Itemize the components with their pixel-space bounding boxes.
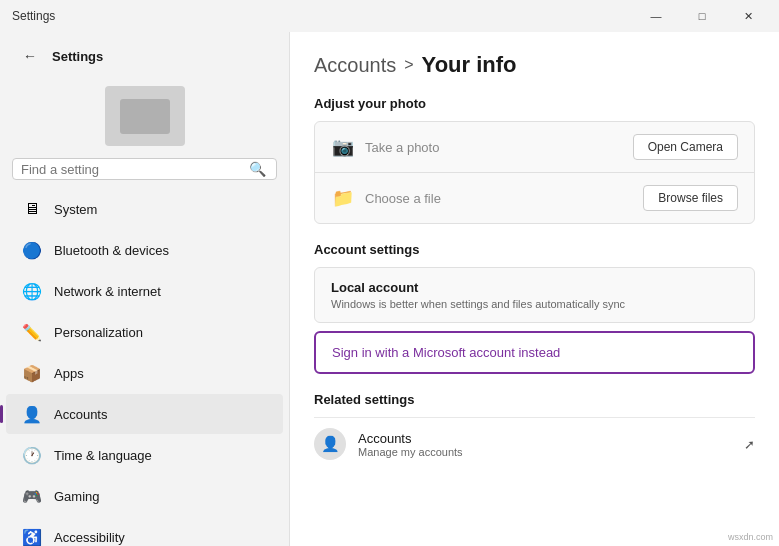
close-button[interactable]: ✕	[725, 0, 771, 32]
breadcrumb-accounts: Accounts	[314, 54, 396, 77]
camera-icon: 📷	[331, 136, 355, 158]
related-accounts-icon: 👤	[314, 428, 346, 460]
gaming-icon: 🎮	[22, 486, 42, 506]
accessibility-icon: ♿	[22, 527, 42, 546]
photo-section: 📷 Take a photo Open Camera 📁 Choose a fi…	[314, 121, 755, 224]
sidebar-item-label: Apps	[54, 366, 84, 381]
signin-microsoft-button[interactable]: Sign in with a Microsoft account instead	[314, 331, 755, 374]
choose-file-row: 📁 Choose a file Browse files	[315, 172, 754, 223]
titlebar-controls: — □ ✕	[633, 0, 771, 32]
search-input[interactable]	[21, 162, 247, 177]
sidebar-title: Settings	[52, 49, 103, 64]
related-title: Accounts	[358, 431, 732, 446]
sidebar-item-label: System	[54, 202, 97, 217]
time-icon: 🕐	[22, 445, 42, 465]
sidebar-item-label: Gaming	[54, 489, 100, 504]
personalization-icon: ✏️	[22, 322, 42, 342]
sidebar-item-label: Bluetooth & devices	[54, 243, 169, 258]
breadcrumb: Accounts > Your info	[314, 52, 755, 78]
sidebar-item-system[interactable]: 🖥 System	[6, 189, 283, 229]
open-camera-button[interactable]: Open Camera	[633, 134, 738, 160]
related-subtitle: Manage my accounts	[358, 446, 732, 458]
related-text: Accounts Manage my accounts	[358, 431, 732, 458]
sidebar-item-apps[interactable]: 📦 Apps	[6, 353, 283, 393]
titlebar: Settings — □ ✕	[0, 0, 779, 32]
related-settings-label: Related settings	[314, 392, 755, 407]
search-icon[interactable]: 🔍	[247, 159, 268, 179]
account-settings-label: Account settings	[314, 242, 755, 257]
choose-file-label: Choose a file	[365, 191, 633, 206]
system-icon: 🖥	[22, 199, 42, 219]
sidebar-header: ← Settings	[0, 32, 289, 78]
sidebar-item-gaming[interactable]: 🎮 Gaming	[6, 476, 283, 516]
sidebar-item-time[interactable]: 🕐 Time & language	[6, 435, 283, 475]
maximize-button[interactable]: □	[679, 0, 725, 32]
folder-icon: 📁	[331, 187, 355, 209]
sidebar-item-network[interactable]: 🌐 Network & internet	[6, 271, 283, 311]
accounts-icon: 👤	[22, 404, 42, 424]
sidebar-item-label: Network & internet	[54, 284, 161, 299]
local-account-desc: Windows is better when settings and file…	[331, 298, 738, 310]
take-photo-label: Take a photo	[365, 140, 623, 155]
browse-files-button[interactable]: Browse files	[643, 185, 738, 211]
sidebar: ← Settings 🔍 🖥 System 🔵 Bluetooth & devi…	[0, 32, 290, 546]
sidebar-item-label: Accounts	[54, 407, 107, 422]
related-accounts-item[interactable]: 👤 Accounts Manage my accounts ➚	[314, 417, 755, 470]
sidebar-nav: 🖥 System 🔵 Bluetooth & devices 🌐 Network…	[0, 188, 289, 546]
sidebar-item-accessibility[interactable]: ♿ Accessibility	[6, 517, 283, 546]
minimize-button[interactable]: —	[633, 0, 679, 32]
sidebar-item-accounts[interactable]: 👤 Accounts	[6, 394, 283, 434]
search-box: 🔍	[12, 158, 277, 180]
sidebar-item-label: Personalization	[54, 325, 143, 340]
breadcrumb-arrow: >	[404, 56, 413, 74]
take-photo-row: 📷 Take a photo Open Camera	[315, 122, 754, 172]
back-button[interactable]: ←	[16, 42, 44, 70]
sidebar-item-label: Accessibility	[54, 530, 125, 545]
adjust-photo-label: Adjust your photo	[314, 96, 755, 111]
local-account-box: Local account Windows is better when set…	[314, 267, 755, 323]
avatar-inner	[120, 99, 170, 134]
titlebar-title: Settings	[12, 9, 55, 23]
related-settings-section: Related settings 👤 Accounts Manage my ac…	[314, 392, 755, 470]
main-container: ← Settings 🔍 🖥 System 🔵 Bluetooth & devi…	[0, 32, 779, 546]
sidebar-item-bluetooth[interactable]: 🔵 Bluetooth & devices	[6, 230, 283, 270]
breadcrumb-current: Your info	[422, 52, 517, 78]
bluetooth-icon: 🔵	[22, 240, 42, 260]
titlebar-left: Settings	[12, 9, 55, 23]
account-settings-section: Account settings Local account Windows i…	[314, 242, 755, 374]
sidebar-item-label: Time & language	[54, 448, 152, 463]
external-link-icon: ➚	[744, 437, 755, 452]
apps-icon: 📦	[22, 363, 42, 383]
avatar	[105, 86, 185, 146]
network-icon: 🌐	[22, 281, 42, 301]
profile-area	[0, 78, 289, 158]
right-panel: Accounts > Your info Adjust your photo 📷…	[290, 32, 779, 546]
sidebar-item-personalization[interactable]: ✏️ Personalization	[6, 312, 283, 352]
local-account-title: Local account	[331, 280, 738, 295]
